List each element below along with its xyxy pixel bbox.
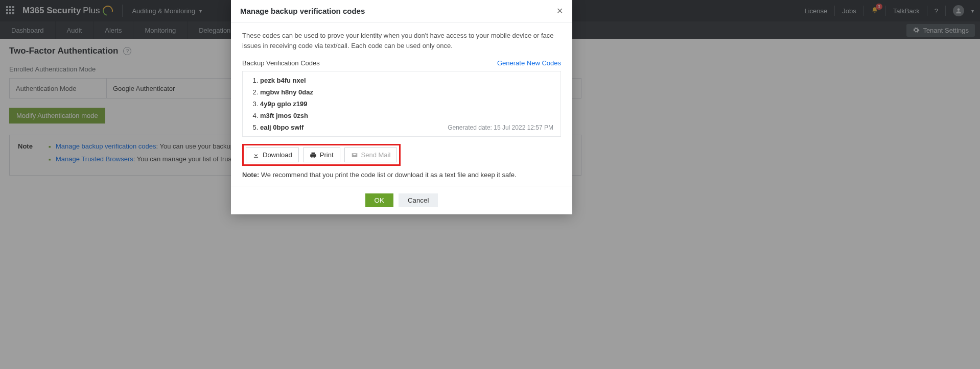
generate-new-codes-link[interactable]: Generate New Codes bbox=[497, 59, 561, 67]
backup-codes-modal: Manage backup verification codes ✕ These… bbox=[231, 0, 572, 214]
action-button-row: Download Print Send Mail bbox=[242, 144, 401, 166]
send-mail-button[interactable]: Send Mail bbox=[344, 147, 398, 162]
close-icon[interactable]: ✕ bbox=[556, 6, 563, 16]
download-icon bbox=[252, 152, 260, 159]
send-mail-label: Send Mail bbox=[361, 151, 391, 159]
ok-button[interactable]: OK bbox=[365, 193, 393, 207]
codes-label: Backup Verification Codes bbox=[242, 59, 320, 67]
modal-note: Note: We recommend that you print the co… bbox=[242, 171, 561, 179]
mail-icon bbox=[351, 152, 358, 159]
download-label: Download bbox=[263, 151, 292, 159]
print-label: Print bbox=[320, 151, 334, 159]
print-button[interactable]: Print bbox=[303, 147, 340, 162]
cancel-button[interactable]: Cancel bbox=[399, 193, 438, 207]
backup-code: m3ft jmos 0zsh bbox=[260, 112, 553, 119]
modal-description: These codes can be used to prove your id… bbox=[242, 31, 561, 51]
download-button[interactable]: Download bbox=[246, 147, 299, 162]
codes-box: pezk b4fu nxel mgbw h8ny 0daz 4y9p gplo … bbox=[242, 71, 561, 137]
print-icon bbox=[310, 152, 317, 159]
backup-code: 4y9p gplo z199 bbox=[260, 100, 553, 108]
modal-title: Manage backup verification codes bbox=[240, 7, 365, 15]
backup-code: mgbw h8ny 0daz bbox=[260, 88, 553, 96]
backup-code: pezk b4fu nxel bbox=[260, 77, 553, 84]
